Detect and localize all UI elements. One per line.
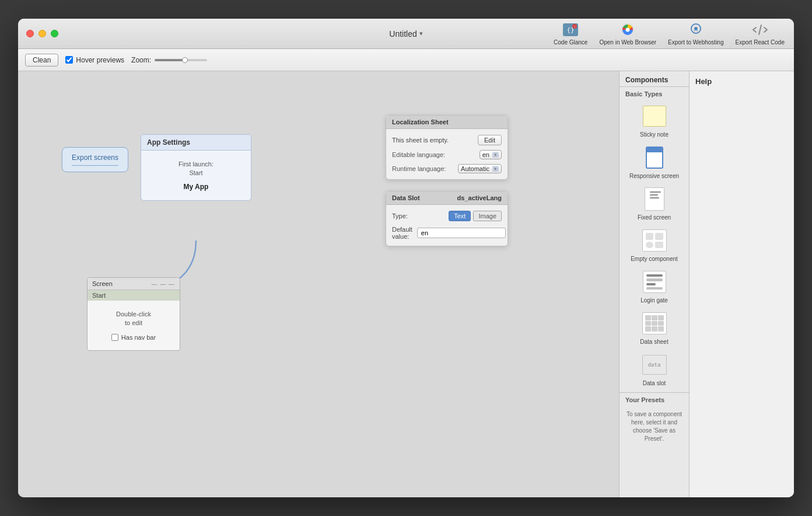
type-tab-image[interactable]: Image xyxy=(473,211,502,221)
app-settings-body: First launch: Start My App xyxy=(141,151,251,200)
first-launch-value: Start xyxy=(189,169,202,176)
export-screens-label: Export screens xyxy=(72,154,118,162)
localization-panel-header: Localization Sheet xyxy=(386,116,508,129)
runtime-lang-select[interactable]: Automatic ▾ xyxy=(458,164,502,173)
title-chevron-icon: ▾ xyxy=(419,30,423,37)
component-fixed-screen[interactable]: Fixed screen xyxy=(620,183,689,224)
fixed-screen-icon xyxy=(639,186,670,212)
data-slot-icon: data xyxy=(639,352,670,378)
app-name: My App xyxy=(184,183,209,191)
screen-node[interactable]: Screen — — — Start Double-clickto edit H… xyxy=(87,277,180,351)
hover-previews-label: Hover previews xyxy=(76,56,124,64)
zoom-slider[interactable] xyxy=(155,59,207,61)
traffic-lights xyxy=(26,30,58,37)
component-data-sheet[interactable]: Data sheet xyxy=(620,307,689,348)
localization-empty-row: This sheet is empty. Edit xyxy=(392,135,502,145)
component-empty-component[interactable]: Empty component xyxy=(620,224,689,266)
main-area: Export screens App Settings First launch… xyxy=(18,71,794,497)
screen-node-dots: — — — xyxy=(151,281,175,287)
first-launch-label: First launch: xyxy=(178,161,214,168)
main-window: Untitled ▾ {} ! Code Glance xyxy=(18,19,794,497)
editable-lang-select[interactable]: en ▾ xyxy=(480,150,502,159)
login-gate-label: Login gate xyxy=(640,297,668,304)
sticky-note-icon xyxy=(639,103,670,129)
open-web-browser-button[interactable]: Open in Web Browser xyxy=(599,22,656,46)
data-slot-name: ds_activeLang xyxy=(457,194,502,201)
data-slot-panel: Data Slot ds_activeLang Type: Text Image… xyxy=(386,191,508,246)
default-val-input[interactable] xyxy=(417,228,506,238)
your-presets-section: Your Presets To save a component here, s… xyxy=(620,392,689,448)
data-sheet-icon xyxy=(639,311,670,336)
minimize-button[interactable] xyxy=(38,30,46,37)
data-sheet-label: Data sheet xyxy=(640,339,668,345)
type-tab-text[interactable]: Text xyxy=(449,211,471,221)
editable-lang-value: en xyxy=(482,151,489,158)
titlebar-actions: {} ! Code Glance xyxy=(554,22,785,46)
type-row: Type: Text Image xyxy=(392,211,502,221)
type-label: Type: xyxy=(392,212,408,219)
export-screens-node[interactable]: Export screens xyxy=(62,147,128,172)
help-panel-title: Help xyxy=(695,77,788,86)
default-val-label: Default value: xyxy=(392,226,412,240)
navbar-checkbox[interactable] xyxy=(111,334,118,341)
svg-line-10 xyxy=(759,25,761,34)
export-react-button[interactable]: Export React Code xyxy=(736,22,785,46)
clean-button[interactable]: Clean xyxy=(25,54,58,67)
localization-empty-label: This sheet is empty. xyxy=(392,137,449,144)
basic-types-title: Basic Types xyxy=(620,87,689,100)
localization-panel: Localization Sheet This sheet is empty. … xyxy=(386,115,508,180)
localization-panel-body: This sheet is empty. Edit Editable langu… xyxy=(386,129,508,179)
responsive-screen-icon xyxy=(639,145,670,170)
title-text: Untitled xyxy=(389,29,416,39)
window-title[interactable]: Untitled ▾ xyxy=(389,29,422,39)
code-glance-button[interactable]: {} ! Code Glance xyxy=(554,22,587,46)
editable-lang-label: Editable language: xyxy=(392,151,445,158)
runtime-lang-row: Runtime language: Automatic ▾ xyxy=(392,164,502,173)
first-launch-text: First launch: Start xyxy=(178,160,214,178)
export-react-icon xyxy=(751,22,769,38)
export-webhosting-icon: A xyxy=(687,22,705,38)
screen-navbar-control[interactable]: Has nav bar xyxy=(111,334,156,341)
export-webhosting-button[interactable]: A Export to Webhosting xyxy=(668,22,723,46)
component-responsive-screen[interactable]: Responsive screen xyxy=(620,141,689,183)
component-login-gate[interactable]: Login gate xyxy=(620,266,689,307)
titlebar: Untitled ▾ {} ! Code Glance xyxy=(18,19,794,49)
component-data-slot[interactable]: data Data slot xyxy=(620,348,689,390)
your-presets-title: Your Presets xyxy=(620,393,689,406)
type-tabs: Text Image xyxy=(449,211,502,221)
runtime-lang-value: Automatic xyxy=(461,165,489,172)
login-gate-icon xyxy=(639,269,670,295)
fixed-screen-label: Fixed screen xyxy=(638,214,671,221)
navbar-label: Has nav bar xyxy=(121,334,156,341)
localization-title: Localization Sheet xyxy=(392,118,449,125)
component-sticky-note[interactable]: Sticky note xyxy=(620,100,689,141)
help-panel: Help xyxy=(689,71,794,497)
hover-previews-control[interactable]: Hover previews xyxy=(65,56,124,64)
app-settings-title: App Settings xyxy=(147,138,190,147)
empty-component-label: Empty component xyxy=(631,256,678,262)
screen-node-header: Screen — — — xyxy=(88,278,180,290)
data-slot-label: Data slot xyxy=(643,380,666,386)
open-web-browser-label: Open in Web Browser xyxy=(599,39,656,46)
screen-node-title: Screen xyxy=(92,280,113,287)
svg-text:A: A xyxy=(694,27,698,33)
canvas[interactable]: Export screens App Settings First launch… xyxy=(18,71,619,497)
responsive-screen-label: Responsive screen xyxy=(629,173,679,179)
app-settings-node[interactable]: App Settings First launch: Start My App xyxy=(141,134,251,201)
app-settings-header: App Settings xyxy=(141,135,251,151)
screen-edit-hint: Double-clickto edit xyxy=(116,310,151,328)
empty-component-icon xyxy=(639,228,670,253)
zoom-control: Zoom: xyxy=(131,56,207,64)
editable-lang-row: Editable language: en ▾ xyxy=(392,150,502,159)
your-presets-text: To save a component here, select it and … xyxy=(620,406,689,448)
components-panel-title: Components xyxy=(620,71,689,87)
hover-previews-checkbox[interactable] xyxy=(65,56,73,64)
components-panel: Components Basic Types Sticky note Respo… xyxy=(619,71,689,497)
default-val-row: Default value: xyxy=(392,226,502,240)
editable-lang-chevron-icon: ▾ xyxy=(492,152,499,158)
runtime-lang-label: Runtime language: xyxy=(392,165,446,172)
maximize-button[interactable] xyxy=(51,30,58,37)
close-button[interactable] xyxy=(26,30,34,37)
screen-node-body: Double-clickto edit Has nav bar xyxy=(88,301,180,350)
localization-edit-button[interactable]: Edit xyxy=(478,135,502,145)
